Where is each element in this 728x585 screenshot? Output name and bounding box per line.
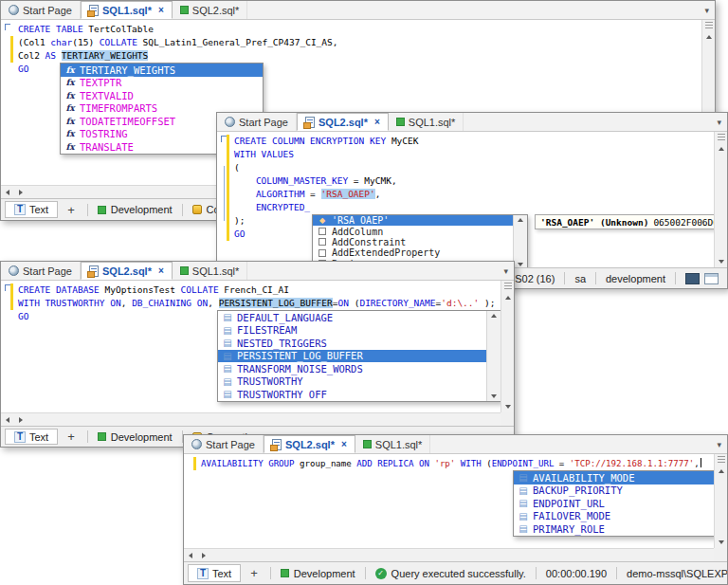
code-line[interactable]: AVAILABILITY GROUP group_name ADD REPLIC… — [184, 457, 714, 470]
close-icon[interactable]: × — [341, 439, 347, 449]
tab-document-active[interactable]: SQL2.sql* × — [297, 113, 389, 131]
completion-item[interactable]: ◆'RSA_OAEP' — [313, 215, 513, 226]
scroll-down-icon[interactable] — [505, 405, 511, 409]
text-view-tab[interactable]: T Text — [188, 564, 241, 582]
scroll-right-icon[interactable] — [202, 553, 206, 558]
scroll-up-icon[interactable] — [491, 314, 497, 318]
close-icon[interactable]: × — [158, 265, 164, 276]
completion-item[interactable]: fxTEXTVALID — [61, 89, 263, 102]
tab-start-page[interactable]: Start Page — [217, 113, 297, 131]
completion-item[interactable]: ▤FAILOV​ER_MODE — [514, 510, 714, 523]
scroll-left-icon[interactable] — [6, 190, 9, 195]
code-line[interactable]: COLUMN_MASTER_KEY = MyCMK, — [217, 174, 714, 188]
scroll-right-icon[interactable] — [19, 190, 23, 195]
tab-document[interactable]: SQL1.sql* — [389, 113, 464, 131]
horizontal-scrollbar[interactable] — [184, 548, 714, 561]
code-line[interactable]: WITH TRUSTWORTHY ON, DB_CHAINING ON, PER… — [1, 297, 500, 310]
code-line[interactable]: (Col1 char(15) COLLATE SQL_Latin1_Genera… — [1, 36, 701, 49]
tab-start-page[interactable]: Start Page — [1, 1, 81, 19]
tab-list-chevron-icon[interactable]: ▾ — [498, 266, 514, 276]
vertical-scrollbar[interactable] — [500, 281, 514, 412]
text-view-tab[interactable]: T Text — [5, 201, 58, 218]
tab-list-chevron-icon[interactable]: ▾ — [711, 440, 727, 449]
add-view-button[interactable]: + — [60, 430, 82, 444]
scroll-up-icon[interactable] — [719, 469, 724, 473]
execution-message: Query executed successfully. — [391, 568, 526, 579]
tab-list-chevron-icon[interactable]: ▾ — [699, 6, 715, 15]
scroll-up-icon[interactable] — [706, 35, 712, 39]
tab-list-chevron-icon[interactable]: ▾ — [711, 118, 727, 127]
code-editor[interactable]: AVAILABILITY GROUP group_name ADD REPLIC… — [184, 454, 714, 548]
scroll-left-icon[interactable] — [6, 417, 9, 423]
completion-item[interactable]: ▤ENDPOINT_URL — [514, 497, 714, 510]
scroll-left-icon[interactable] — [189, 553, 192, 558]
tab-document-active[interactable]: SQL2.sql* × — [264, 435, 355, 453]
completion-item[interactable]: ▤DEFAULT_LANGUAGE — [218, 311, 486, 324]
tab-document-active[interactable]: SQL2.sql* × — [81, 262, 173, 280]
completion-item[interactable]: AddExtendedProperty — [313, 247, 513, 258]
horizontal-scrollbar[interactable] — [1, 412, 500, 426]
completion-item[interactable]: ▤FILESTREAM — [218, 324, 486, 338]
completion-item[interactable]: AddColumn — [313, 226, 513, 236]
tab-start-page[interactable]: Start Page — [1, 262, 81, 280]
tab-document[interactable]: SQL2.sql* — [173, 1, 248, 19]
scroll-right-icon[interactable] — [19, 417, 23, 423]
code-line[interactable]: WITH VALUES — [217, 148, 714, 161]
completion-item[interactable]: fxTERTIARY_WEIGHTS — [61, 64, 263, 77]
scroll-up-icon[interactable] — [518, 218, 523, 222]
vertical-scrollbar[interactable] — [714, 132, 727, 267]
code-editor[interactable]: CREATE COLUMN ENCRYPTION KEY MyCEK WITH … — [217, 132, 714, 267]
splitter-grip[interactable] — [705, 22, 713, 28]
user-info[interactable]: sa — [570, 273, 591, 284]
code-line[interactable]: CREATE TABLE TertColTable — [1, 23, 701, 36]
vertical-scrollbar[interactable] — [714, 454, 727, 548]
code-line[interactable]: ( — [217, 161, 714, 174]
scroll-down-icon[interactable] — [491, 394, 497, 398]
completion-item[interactable]: ▤NESTED_TRIGGERS — [218, 337, 486, 350]
splitter-grip[interactable] — [718, 134, 725, 140]
code-line[interactable]: ENCRYPTED_ — [217, 201, 714, 214]
tab-document-active[interactable]: SQL1.sql* × — [81, 1, 173, 19]
code-editor[interactable]: CREATE DATABASE MyOptionsTest COLLATE Fr… — [1, 281, 500, 412]
completion-item[interactable]: ▤PRIMARY_ROLE — [514, 522, 714, 536]
code-line[interactable]: Col2 AS TERTIARY_WEIGHTS — [1, 49, 701, 63]
completion-item[interactable]: ▤AVAILABILITY_MODE — [514, 471, 714, 484]
fx-icon: fx — [64, 91, 76, 101]
completion-scrollbar[interactable] — [486, 311, 500, 401]
database-info[interactable]: development — [601, 273, 670, 284]
completion-item[interactable]: ▤TRUSTWORTHY — [218, 375, 486, 389]
close-icon[interactable]: × — [158, 5, 164, 15]
connection-category[interactable]: Development — [93, 204, 177, 215]
completion-scrollbar[interactable] — [513, 215, 527, 267]
scroll-up-icon[interactable] — [505, 296, 511, 300]
scroll-down-icon[interactable] — [518, 263, 523, 266]
completion-item[interactable]: ▤PERSISTENT_LOG_BUFFER — [218, 350, 486, 363]
execution-duration: 00:00:00.190 — [541, 568, 611, 579]
tab-document[interactable]: SQL1.sql* — [355, 435, 431, 453]
code-line[interactable]: ALGORITHM = 'RSA_OAEP', — [217, 188, 714, 201]
code-line[interactable]: CREATE COLUMN ENCRYPTION KEY MyCEK — [217, 135, 714, 148]
scroll-down-icon[interactable] — [719, 260, 724, 264]
completion-item[interactable]: fxTEXTPTR — [61, 77, 263, 90]
layout-single-icon[interactable] — [685, 273, 700, 284]
completion-item[interactable]: ▤TRUSTWORTHY OFF — [218, 388, 486, 401]
add-view-button[interactable]: + — [60, 203, 82, 217]
completion-item[interactable]: ▤TRANSFORM_NOISE_WORDS — [218, 362, 486, 375]
tab-document[interactable]: SQL1.sql* — [173, 262, 248, 280]
completion-item[interactable]: AddConstraint — [313, 237, 513, 247]
text-view-tab[interactable]: T Text — [5, 429, 58, 445]
splitter-grip[interactable] — [504, 283, 512, 289]
scroll-down-icon[interactable] — [719, 540, 724, 544]
server-info[interactable]: demo-mssql\SQLEXPRESS02 (16) — [622, 568, 728, 579]
add-view-button[interactable]: + — [243, 566, 265, 580]
splitter-grip[interactable] — [718, 456, 725, 463]
code-line[interactable]: CREATE DATABASE MyOptionsTest COLLATE Fr… — [1, 283, 500, 297]
connection-category[interactable]: Development — [93, 431, 177, 443]
completion-item[interactable]: ▤BACKUP_PRIORITY — [514, 484, 714, 498]
connection-category[interactable]: Development — [276, 568, 360, 579]
scroll-up-icon[interactable] — [719, 147, 724, 151]
code-token: ADD REPLICA ON — [356, 459, 429, 468]
layout-split-icon[interactable] — [704, 273, 719, 284]
tab-start-page[interactable]: Start Page — [184, 435, 264, 453]
close-icon[interactable]: × — [374, 117, 380, 127]
